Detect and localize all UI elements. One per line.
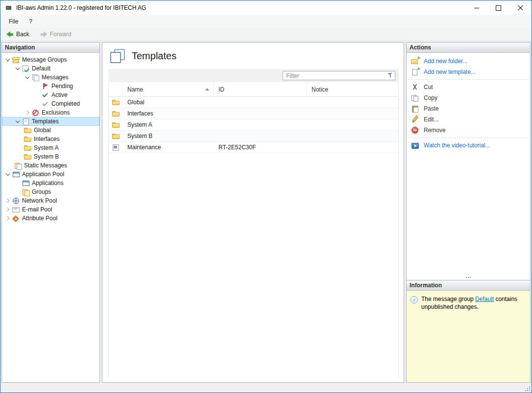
tree-item-global[interactable]: Global: [2, 126, 99, 135]
tree-chevron-icon[interactable]: [24, 109, 31, 116]
information-panel: Information The message group Default co…: [406, 280, 531, 383]
close-button[interactable]: [509, 0, 532, 15]
tree-item-applications[interactable]: Applications: [2, 179, 99, 187]
tree-item-interfaces[interactable]: Interfaces: [2, 135, 99, 143]
tree-item-message-groups[interactable]: Message Groups: [2, 55, 99, 64]
tree-item-system-a[interactable]: System A: [2, 143, 99, 152]
info-icon: [411, 296, 418, 303]
tree-chevron-icon[interactable]: [4, 214, 12, 222]
tree-item-groups[interactable]: Groups: [2, 187, 99, 196]
folder-icon: [112, 110, 121, 117]
resize-grip[interactable]: [525, 386, 530, 391]
tree-chevron-icon[interactable]: [33, 82, 41, 90]
navigation-panel: Navigation Message Groups Default Messag…: [1, 42, 100, 383]
tree-item-pending[interactable]: Pending: [2, 82, 99, 91]
action-label: Edit...: [424, 116, 439, 123]
action-label: Copy: [424, 94, 437, 101]
template-item-icon: [112, 143, 121, 151]
tree-item-messages[interactable]: Messages: [2, 73, 99, 82]
status-bar: [0, 384, 532, 393]
action-cut[interactable]: Cut: [407, 82, 530, 92]
applications-icon: [22, 179, 30, 187]
menu-help[interactable]: ?: [24, 16, 38, 27]
filter-funnel-icon[interactable]: [387, 73, 393, 78]
actions-splitter[interactable]: [407, 275, 530, 279]
tree-chevron-icon[interactable]: [4, 56, 12, 64]
tree-item-network-pool[interactable]: Network Pool: [2, 196, 99, 205]
column-header-notice[interactable]: Notice: [307, 82, 398, 96]
message-groups-icon: [12, 56, 21, 64]
navigation-tree: Message Groups Default Messages Pending …: [2, 53, 99, 382]
tree-chevron-icon[interactable]: [33, 91, 41, 99]
remove-icon: [411, 126, 420, 134]
tree-item-default[interactable]: Default: [2, 64, 99, 73]
tree-item-templates[interactable]: Templates: [2, 117, 99, 126]
information-message: The message group Default contains unpub…: [421, 296, 526, 311]
back-button[interactable]: Back: [4, 30, 31, 39]
paste-icon: [411, 105, 420, 113]
table-header-row: Name ID Notice: [109, 82, 398, 97]
table-row-system-b[interactable]: System B: [109, 131, 398, 142]
filter-input[interactable]: [283, 71, 395, 80]
tree-item-label: Groups: [30, 188, 51, 195]
menu-bar: File ?: [0, 15, 532, 28]
tree-item-e-mail-pool[interactable]: E-mail Pool: [2, 205, 99, 214]
action-copy[interactable]: Copy: [407, 92, 530, 103]
forward-button[interactable]: Forward: [38, 30, 73, 39]
table-row-global[interactable]: Global: [109, 97, 398, 108]
cell-name: System B: [122, 133, 214, 139]
tree-chevron-icon[interactable]: [14, 188, 22, 196]
default-group-link[interactable]: Default: [475, 296, 494, 302]
tree-item-label: Application Pool: [21, 171, 64, 178]
static-messages-icon: [14, 162, 23, 169]
tree-item-label: Default: [30, 65, 50, 72]
action-edit[interactable]: Edit...: [407, 114, 530, 125]
add-template-icon: [411, 68, 420, 76]
active-check-icon: [41, 91, 50, 99]
exclusions-icon: [31, 109, 40, 116]
tree-item-label: Message Groups: [21, 56, 67, 63]
table-row-system-a[interactable]: System A: [109, 119, 398, 131]
tree-item-label: Static Messages: [23, 162, 67, 169]
tree-chevron-icon[interactable]: [4, 170, 12, 178]
completed-check-icon: [41, 100, 50, 108]
tree-chevron-icon[interactable]: [33, 100, 41, 108]
table-row-maintenance[interactable]: Maintenance RT-2E52C30F: [109, 142, 398, 153]
maximize-button[interactable]: [487, 0, 509, 15]
tree-item-label: Templates: [30, 118, 59, 125]
cut-icon: [411, 83, 420, 91]
action-paste[interactable]: Paste: [407, 103, 530, 114]
tree-chevron-icon[interactable]: [24, 73, 31, 81]
network-pool-icon: [12, 197, 21, 205]
tree-item-label: Pending: [50, 83, 73, 90]
forward-arrow-icon: [40, 31, 48, 37]
window-title: IBI-aws Admin 1.22.0 - registered for IB…: [16, 4, 146, 11]
tree-item-active[interactable]: Active: [2, 91, 99, 99]
tree-chevron-icon[interactable]: [14, 117, 22, 125]
action-add-new-template[interactable]: Add new template...: [407, 67, 530, 77]
tree-item-system-b[interactable]: System B: [2, 152, 99, 161]
tree-item-application-pool[interactable]: Application Pool: [2, 170, 99, 179]
column-header-id[interactable]: ID: [214, 82, 307, 96]
action-watch-the-video-tutorial[interactable]: Watch the video-tutorial...: [407, 140, 530, 151]
action-add-new-folder[interactable]: Add new folder...: [407, 56, 530, 67]
tree-item-attribute-pool[interactable]: Attribute Pool: [2, 214, 99, 223]
tree-item-completed[interactable]: Completed: [2, 99, 99, 108]
tree-chevron-icon[interactable]: [14, 65, 22, 72]
forward-label: Forward: [50, 31, 72, 38]
tree-item-exclusions[interactable]: Exclusions: [2, 108, 99, 117]
column-header-name[interactable]: Name: [122, 82, 214, 96]
folder-icon: [24, 144, 32, 152]
tree-chevron-icon[interactable]: [4, 197, 12, 205]
minimize-button[interactable]: [465, 0, 487, 15]
menu-file[interactable]: File: [3, 16, 24, 27]
table-row-interfaces[interactable]: Interfaces: [109, 108, 398, 119]
edit-icon: [411, 116, 420, 123]
tree-chevron-icon[interactable]: [4, 206, 12, 213]
tree-item-label: Attribute Pool: [21, 215, 57, 222]
folder-icon: [24, 135, 32, 143]
action-remove[interactable]: Remove: [407, 125, 530, 136]
tree-chevron-icon[interactable]: [14, 179, 22, 187]
tree-item-static-messages[interactable]: Static Messages: [2, 161, 99, 170]
actions-separator: [408, 79, 529, 80]
